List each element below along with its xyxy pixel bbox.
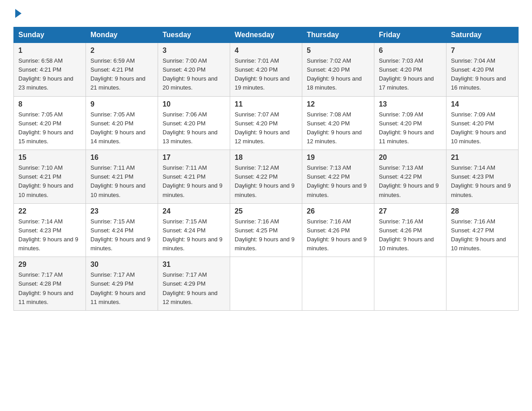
header-cell-saturday: Saturday	[446, 27, 519, 43]
day-cell: 29Sunrise: 7:17 AMSunset: 4:28 PMDayligh…	[14, 257, 86, 311]
page-header	[13, 9, 519, 18]
day-info: Sunrise: 7:13 AMSunset: 4:22 PMDaylight:…	[307, 163, 369, 200]
day-cell: 9Sunrise: 7:05 AMSunset: 4:20 PMDaylight…	[86, 96, 158, 150]
week-row-2: 8Sunrise: 7:05 AMSunset: 4:20 PMDaylight…	[14, 96, 519, 150]
day-number: 16	[90, 154, 153, 162]
day-number: 11	[235, 100, 297, 108]
day-info: Sunrise: 7:14 AMSunset: 4:23 PMDaylight:…	[451, 163, 514, 200]
day-number: 18	[235, 154, 297, 162]
day-info: Sunrise: 7:10 AMSunset: 4:21 PMDaylight:…	[18, 163, 81, 200]
day-info: Sunrise: 7:16 AMSunset: 4:26 PMDaylight:…	[379, 217, 442, 253]
day-info: Sunrise: 7:16 AMSunset: 4:27 PMDaylight:…	[451, 217, 514, 253]
day-info: Sunrise: 7:17 AMSunset: 4:29 PMDaylight:…	[163, 270, 225, 307]
day-number: 3	[163, 47, 225, 55]
day-cell: 27Sunrise: 7:16 AMSunset: 4:26 PMDayligh…	[374, 203, 446, 257]
day-cell: 25Sunrise: 7:16 AMSunset: 4:25 PMDayligh…	[230, 203, 302, 257]
day-info: Sunrise: 7:03 AMSunset: 4:20 PMDaylight:…	[379, 56, 442, 93]
day-info: Sunrise: 7:16 AMSunset: 4:26 PMDaylight:…	[307, 217, 369, 253]
day-number: 13	[379, 100, 442, 108]
week-row-4: 22Sunrise: 7:14 AMSunset: 4:23 PMDayligh…	[14, 203, 519, 257]
day-number: 1	[18, 47, 81, 55]
header-cell-sunday: Sunday	[14, 27, 86, 43]
day-number: 8	[18, 100, 81, 108]
day-number: 30	[90, 261, 153, 269]
day-info: Sunrise: 7:08 AMSunset: 4:20 PMDaylight:…	[307, 110, 369, 146]
day-info: Sunrise: 7:00 AMSunset: 4:20 PMDaylight:…	[163, 56, 225, 93]
day-info: Sunrise: 7:05 AMSunset: 4:20 PMDaylight:…	[18, 110, 81, 146]
day-info: Sunrise: 7:14 AMSunset: 4:23 PMDaylight:…	[18, 217, 81, 253]
day-number: 19	[307, 154, 369, 162]
week-row-1: 1Sunrise: 6:58 AMSunset: 4:21 PMDaylight…	[14, 43, 519, 97]
day-info: Sunrise: 6:58 AMSunset: 4:21 PMDaylight:…	[18, 56, 81, 93]
day-info: Sunrise: 7:07 AMSunset: 4:20 PMDaylight:…	[235, 110, 297, 146]
day-number: 24	[163, 207, 225, 215]
week-row-3: 15Sunrise: 7:10 AMSunset: 4:21 PMDayligh…	[14, 150, 519, 204]
day-info: Sunrise: 7:11 AMSunset: 4:21 PMDaylight:…	[90, 163, 153, 200]
day-number: 4	[235, 47, 297, 55]
day-info: Sunrise: 7:17 AMSunset: 4:28 PMDaylight:…	[18, 270, 81, 307]
day-number: 25	[235, 207, 297, 215]
day-cell: 28Sunrise: 7:16 AMSunset: 4:27 PMDayligh…	[446, 203, 519, 257]
day-cell: 8Sunrise: 7:05 AMSunset: 4:20 PMDaylight…	[14, 96, 86, 150]
day-cell: 18Sunrise: 7:12 AMSunset: 4:22 PMDayligh…	[230, 150, 302, 204]
day-number: 27	[379, 207, 442, 215]
day-number: 15	[18, 154, 81, 162]
day-number: 31	[163, 261, 225, 269]
day-info: Sunrise: 7:16 AMSunset: 4:25 PMDaylight:…	[235, 217, 297, 253]
day-cell	[230, 257, 302, 311]
header-cell-monday: Monday	[86, 27, 158, 43]
day-cell: 2Sunrise: 6:59 AMSunset: 4:21 PMDaylight…	[86, 43, 158, 97]
header-row: SundayMondayTuesdayWednesdayThursdayFrid…	[14, 27, 519, 43]
day-cell: 13Sunrise: 7:09 AMSunset: 4:20 PMDayligh…	[374, 96, 446, 150]
day-cell: 22Sunrise: 7:14 AMSunset: 4:23 PMDayligh…	[14, 203, 86, 257]
day-cell: 24Sunrise: 7:15 AMSunset: 4:24 PMDayligh…	[158, 203, 230, 257]
calendar-table: SundayMondayTuesdayWednesdayThursdayFrid…	[13, 27, 519, 311]
day-number: 7	[451, 47, 514, 55]
day-cell: 23Sunrise: 7:15 AMSunset: 4:24 PMDayligh…	[86, 203, 158, 257]
header-cell-thursday: Thursday	[302, 27, 374, 43]
day-info: Sunrise: 7:12 AMSunset: 4:22 PMDaylight:…	[235, 163, 297, 200]
day-number: 26	[307, 207, 369, 215]
day-number: 2	[90, 47, 153, 55]
day-info: Sunrise: 7:04 AMSunset: 4:20 PMDaylight:…	[451, 56, 514, 93]
day-info: Sunrise: 7:02 AMSunset: 4:20 PMDaylight:…	[307, 56, 369, 93]
day-number: 5	[307, 47, 369, 55]
day-info: Sunrise: 7:15 AMSunset: 4:24 PMDaylight:…	[90, 217, 153, 253]
day-cell: 26Sunrise: 7:16 AMSunset: 4:26 PMDayligh…	[302, 203, 374, 257]
day-cell: 1Sunrise: 6:58 AMSunset: 4:21 PMDaylight…	[14, 43, 86, 97]
day-cell: 3Sunrise: 7:00 AMSunset: 4:20 PMDaylight…	[158, 43, 230, 97]
day-number: 10	[163, 100, 225, 108]
day-cell: 17Sunrise: 7:11 AMSunset: 4:21 PMDayligh…	[158, 150, 230, 204]
logo-blue-text	[13, 9, 21, 18]
day-number: 23	[90, 207, 153, 215]
header-cell-friday: Friday	[374, 27, 446, 43]
day-info: Sunrise: 7:17 AMSunset: 4:29 PMDaylight:…	[90, 270, 153, 307]
day-cell: 30Sunrise: 7:17 AMSunset: 4:29 PMDayligh…	[86, 257, 158, 311]
day-number: 6	[379, 47, 442, 55]
day-info: Sunrise: 7:15 AMSunset: 4:24 PMDaylight:…	[163, 217, 225, 253]
day-cell	[374, 257, 446, 311]
day-cell: 15Sunrise: 7:10 AMSunset: 4:21 PMDayligh…	[14, 150, 86, 204]
header-cell-wednesday: Wednesday	[230, 27, 302, 43]
day-number: 28	[451, 207, 514, 215]
day-number: 21	[451, 154, 514, 162]
day-cell: 16Sunrise: 7:11 AMSunset: 4:21 PMDayligh…	[86, 150, 158, 204]
day-cell: 21Sunrise: 7:14 AMSunset: 4:23 PMDayligh…	[446, 150, 519, 204]
day-number: 22	[18, 207, 81, 215]
day-cell: 12Sunrise: 7:08 AMSunset: 4:20 PMDayligh…	[302, 96, 374, 150]
day-info: Sunrise: 7:11 AMSunset: 4:21 PMDaylight:…	[163, 163, 225, 200]
day-info: Sunrise: 7:05 AMSunset: 4:20 PMDaylight:…	[90, 110, 153, 146]
week-row-5: 29Sunrise: 7:17 AMSunset: 4:28 PMDayligh…	[14, 257, 519, 311]
day-number: 29	[18, 261, 81, 269]
day-cell: 10Sunrise: 7:06 AMSunset: 4:20 PMDayligh…	[158, 96, 230, 150]
day-info: Sunrise: 7:06 AMSunset: 4:20 PMDaylight:…	[163, 110, 225, 146]
calendar-body: 1Sunrise: 6:58 AMSunset: 4:21 PMDaylight…	[14, 43, 519, 311]
day-cell: 11Sunrise: 7:07 AMSunset: 4:20 PMDayligh…	[230, 96, 302, 150]
logo-triangle-icon	[15, 9, 21, 18]
day-cell: 4Sunrise: 7:01 AMSunset: 4:20 PMDaylight…	[230, 43, 302, 97]
day-cell: 14Sunrise: 7:09 AMSunset: 4:20 PMDayligh…	[446, 96, 519, 150]
day-info: Sunrise: 7:01 AMSunset: 4:20 PMDaylight:…	[235, 56, 297, 93]
day-cell: 6Sunrise: 7:03 AMSunset: 4:20 PMDaylight…	[374, 43, 446, 97]
day-cell: 20Sunrise: 7:13 AMSunset: 4:22 PMDayligh…	[374, 150, 446, 204]
day-number: 17	[163, 154, 225, 162]
